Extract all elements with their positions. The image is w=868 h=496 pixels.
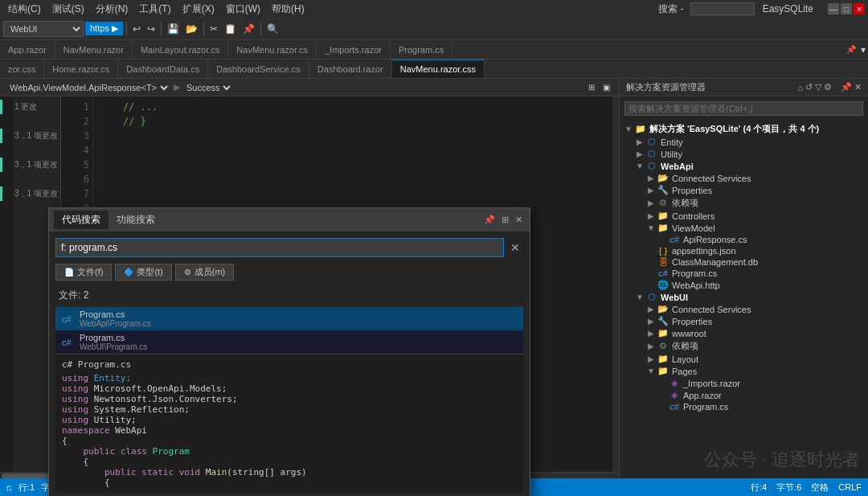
wwwroot-arrow: ▶ bbox=[645, 329, 657, 338]
se-pin-icon[interactable]: 📌 bbox=[841, 82, 852, 92]
close-button[interactable]: ✕ bbox=[854, 3, 865, 14]
toolbar-search[interactable]: 🔍 bbox=[264, 22, 281, 36]
controllers-arrow-icon: ▶ bbox=[645, 211, 657, 220]
find-result-item-2[interactable]: c# Program.cs WebUI\Program.cs bbox=[55, 330, 523, 354]
tree-solution[interactable]: ▼ 📁 解决方案 'EasySQLite' (4 个项目，共 4 个) bbox=[620, 122, 868, 136]
h-scroll-thumb[interactable] bbox=[2, 473, 50, 478]
tree-classdb[interactable]: 🗄 ClassManagement.db bbox=[620, 256, 868, 268]
filter-type-button[interactable]: 🔷 类型(t) bbox=[115, 264, 171, 281]
menu-item-structure[interactable]: 结构(C) bbox=[3, 1, 46, 18]
tree-pages[interactable]: ▼ 📁 Pages bbox=[620, 365, 868, 377]
connected-folder-icon: 📂 bbox=[657, 173, 669, 183]
find-clear-button[interactable]: ✕ bbox=[507, 241, 523, 254]
solution-search-input[interactable] bbox=[624, 101, 863, 116]
se-settings-icon[interactable]: ⚙ bbox=[824, 82, 832, 92]
breadcrumb-member-dropdown[interactable]: Success bbox=[183, 82, 233, 93]
result-path-1: WebApi\Program.cs bbox=[80, 319, 151, 328]
tree-webapi-http[interactable]: 🌐 WebApi.http bbox=[620, 279, 868, 291]
tree-appsettings[interactable]: { } appsettings.json bbox=[620, 245, 868, 256]
menu-item-help[interactable]: 帮助(H) bbox=[267, 1, 309, 18]
find-result-item-1[interactable]: c# Program.cs WebApi\Program.cs bbox=[55, 307, 523, 330]
tab-dashboard-razor[interactable]: Dashboard.razor bbox=[309, 59, 392, 79]
find-expand-icon[interactable]: ⊞ bbox=[499, 214, 511, 226]
webapi-program-cs-icon: c# bbox=[657, 268, 669, 278]
tree-imports[interactable]: ◈ _Imports.razor bbox=[620, 377, 868, 389]
breadcrumb-type-dropdown[interactable]: WebApi.ViewModel.ApiResponse<T> bbox=[6, 82, 170, 93]
tab-mainlayout[interactable]: MainLayout.razor.cs bbox=[133, 40, 228, 59]
tree-webapi[interactable]: ▼ ⬡ WebApi bbox=[620, 160, 868, 172]
tab-dashboard-service[interactable]: DashboardService.cs bbox=[208, 59, 309, 79]
tab-program-cs[interactable]: Program.cs bbox=[391, 40, 452, 59]
wwwroot-label: wwwroot bbox=[672, 329, 706, 338]
toolbar-redo[interactable]: ↪ bbox=[145, 22, 158, 36]
project-dropdown[interactable]: WebUI bbox=[3, 21, 84, 37]
run-button[interactable]: https ▶ bbox=[85, 22, 123, 35]
tab-func-search[interactable]: 功能搜索 bbox=[108, 211, 163, 229]
toolbar-undo[interactable]: ↩ bbox=[130, 22, 143, 36]
tree-webapi-controllers[interactable]: ▶ 📁 Controllers bbox=[620, 210, 868, 222]
se-sync-icon[interactable]: ↺ bbox=[805, 82, 813, 92]
toolbar-copy[interactable]: 📋 bbox=[222, 22, 239, 36]
se-filter-icon[interactable]: ▽ bbox=[815, 82, 821, 92]
tree-area: ▼ 📁 解决方案 'EasySQLite' (4 个项目，共 4 个) ▶ ⬡ … bbox=[620, 121, 868, 478]
filter-member-button[interactable]: ⚙ 成员(m) bbox=[175, 264, 235, 281]
tree-app-razor[interactable]: ◈ App.razor bbox=[620, 389, 868, 401]
toolbar-paste[interactable]: 📌 bbox=[240, 22, 257, 36]
menu-search-input[interactable] bbox=[690, 2, 755, 15]
tree-entity[interactable]: ▶ ⬡ Entity bbox=[620, 136, 868, 148]
tree-layout[interactable]: ▶ 📁 Layout bbox=[620, 353, 868, 365]
tree-webapi-properties[interactable]: ▶ 🔧 Properties bbox=[620, 184, 868, 196]
split-editor-icon[interactable]: ⊞ bbox=[586, 81, 597, 93]
tab-home-cs[interactable]: Home.razor.cs bbox=[44, 59, 118, 79]
se-home-icon[interactable]: ⌂ bbox=[797, 82, 803, 92]
webui-connected-folder-icon: 📂 bbox=[657, 304, 669, 314]
search-label: 搜索 - bbox=[653, 1, 688, 18]
tree-webapi-connected[interactable]: ▶ 📂 Connected Services bbox=[620, 172, 868, 184]
viewmodel-folder-icon: 📁 bbox=[657, 223, 669, 233]
solution-explorer-icons: ⌂ ↺ ▽ ⚙ 📌 ✕ bbox=[797, 82, 862, 92]
tree-webui[interactable]: ▼ ⬡ WebUI bbox=[620, 291, 868, 303]
find-input[interactable] bbox=[55, 238, 504, 257]
menu-item-tools[interactable]: 工具(T) bbox=[134, 1, 175, 18]
tab-navmenu-razor[interactable]: NavMenu.razor bbox=[55, 40, 133, 59]
toolbar-separator bbox=[126, 22, 127, 36]
cs-icon-1: c# bbox=[62, 314, 75, 324]
find-pin-icon[interactable]: 📌 bbox=[481, 214, 497, 226]
chevron-down-icon[interactable]: ▾ bbox=[858, 43, 868, 57]
filter-file-button[interactable]: 📄 文件(f) bbox=[55, 264, 112, 281]
menu-item-window[interactable]: 窗口(W) bbox=[221, 1, 265, 18]
tree-webapi-program[interactable]: c# Program.cs bbox=[620, 268, 868, 279]
tab-navmenu-css[interactable]: NavMenu.razor.css bbox=[392, 59, 485, 79]
find-dialog[interactable]: 代码搜索 功能搜索 📌 ⊞ ✕ ✕ bbox=[48, 207, 530, 496]
tab-zor-css[interactable]: zor.css bbox=[0, 59, 44, 79]
maximize-button[interactable]: □ bbox=[841, 3, 852, 14]
right-scrollbar[interactable] bbox=[612, 96, 619, 472]
tree-webui-properties[interactable]: ▶ 🔧 Properties bbox=[620, 315, 868, 327]
tab-navmenu-cs[interactable]: NavMenu.razor.cs bbox=[228, 40, 317, 59]
se-close-icon[interactable]: ✕ bbox=[854, 82, 862, 92]
tree-apiresponse[interactable]: c# ApiResponse.cs bbox=[620, 234, 868, 245]
minimize-button[interactable]: — bbox=[828, 3, 839, 14]
toolbar-open[interactable]: 📂 bbox=[183, 22, 200, 36]
tab-app-razor[interactable]: App.razor bbox=[0, 40, 55, 59]
tree-wwwroot[interactable]: ▶ 📁 wwwroot bbox=[620, 327, 868, 339]
toolbar-save[interactable]: 💾 bbox=[165, 22, 182, 36]
tree-webui-deps[interactable]: ▶ ⚙ 依赖项 bbox=[620, 339, 868, 353]
menu-item-extensions[interactable]: 扩展(X) bbox=[178, 1, 219, 18]
pin-icon[interactable]: 📌 bbox=[844, 43, 858, 55]
tab-dashboard-data[interactable]: DashboardData.cs bbox=[118, 59, 208, 79]
tab-imports[interactable]: _Imports.razor bbox=[317, 40, 391, 59]
tree-utility[interactable]: ▶ ⬡ Utility bbox=[620, 148, 868, 160]
toolbar-cut[interactable]: ✂ bbox=[207, 22, 220, 36]
menu-item-test[interactable]: 测试(S) bbox=[47, 1, 89, 18]
find-close-icon[interactable]: ✕ bbox=[513, 214, 525, 226]
tree-webapi-viewmodel[interactable]: ▼ 📁 ViewModel bbox=[620, 222, 868, 234]
tree-webui-connected[interactable]: ▶ 📂 Connected Services bbox=[620, 303, 868, 315]
tab-code-search[interactable]: 代码搜索 bbox=[54, 211, 108, 229]
apiresponse-arrow-icon bbox=[657, 236, 668, 244]
menu-item-analysis[interactable]: 分析(N) bbox=[91, 1, 133, 18]
member-icon: ⚙ bbox=[184, 268, 191, 277]
tree-webui-program[interactable]: c# Program.cs bbox=[620, 401, 868, 412]
new-vwindow-icon[interactable]: ▣ bbox=[600, 81, 612, 93]
tree-webapi-deps[interactable]: ▶ ⚙ 依赖项 bbox=[620, 196, 868, 210]
